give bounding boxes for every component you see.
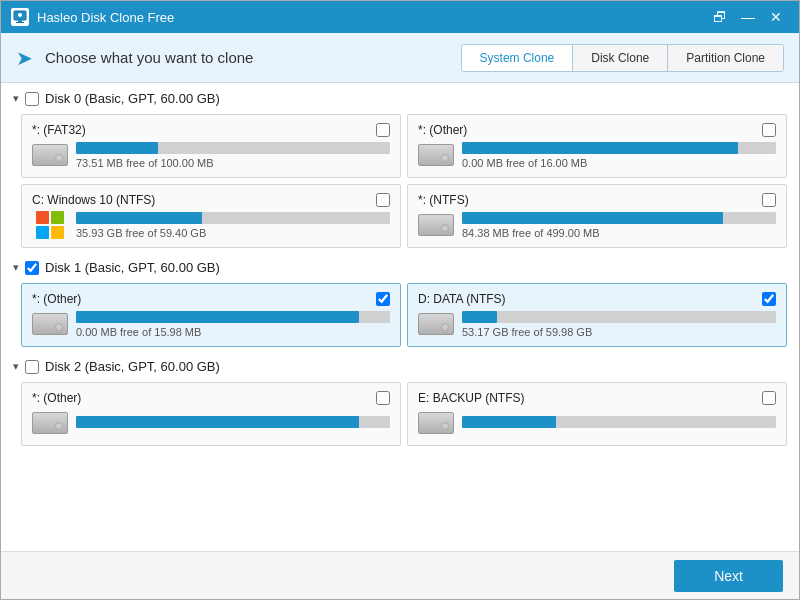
partition-card-2-1[interactable]: E: BACKUP (NTFS) bbox=[407, 382, 787, 446]
main-window: Hasleo Disk Clone Free 🗗 — ✕ ➤ Choose wh… bbox=[0, 0, 800, 600]
partition-bar-bg-0-0 bbox=[76, 142, 390, 154]
partition-bar-bg-0-2 bbox=[76, 212, 390, 224]
partition-card-0-1[interactable]: *: (Other)0.00 MB free of 16.00 MB bbox=[407, 114, 787, 178]
toolbar-left: ➤ Choose what you want to clone bbox=[16, 46, 253, 70]
disk-group-2: ▾Disk 2 (Basic, GPT, 60.00 GB)*: (Other)… bbox=[13, 359, 787, 446]
tab-partition-clone[interactable]: Partition Clone bbox=[668, 45, 783, 71]
chevron-down-icon[interactable]: ▾ bbox=[13, 261, 19, 274]
drive-icon bbox=[32, 310, 68, 338]
partition-body-0-0: 73.51 MB free of 100.00 MB bbox=[32, 141, 390, 169]
partition-header-0-3: *: (NTFS) bbox=[418, 193, 776, 207]
footer: Next bbox=[1, 551, 799, 599]
disk-checkbox-0[interactable] bbox=[25, 92, 39, 106]
disk-checkbox-2[interactable] bbox=[25, 360, 39, 374]
partition-bar-fill-0-3 bbox=[462, 212, 723, 224]
partition-bar-area-0-2: 35.93 GB free of 59.40 GB bbox=[76, 212, 390, 239]
partition-body-2-0 bbox=[32, 409, 390, 437]
partition-checkbox-0-1[interactable] bbox=[762, 123, 776, 137]
partition-card-0-2[interactable]: C: Windows 10 (NTFS)35.93 GB free of 59.… bbox=[21, 184, 401, 248]
partitions-grid-2: *: (Other)E: BACKUP (NTFS) bbox=[13, 382, 787, 446]
drive-icon bbox=[418, 211, 454, 239]
partition-free-text-0-2: 35.93 GB free of 59.40 GB bbox=[76, 227, 390, 239]
disk-header-0: ▾Disk 0 (Basic, GPT, 60.00 GB) bbox=[13, 91, 787, 106]
partition-name-0-3: *: (NTFS) bbox=[418, 193, 469, 207]
chevron-down-icon[interactable]: ▾ bbox=[13, 360, 19, 373]
partition-body-0-1: 0.00 MB free of 16.00 MB bbox=[418, 141, 776, 169]
partition-card-0-3[interactable]: *: (NTFS)84.38 MB free of 499.00 MB bbox=[407, 184, 787, 248]
clone-tabs: System Clone Disk Clone Partition Clone bbox=[461, 44, 784, 72]
next-button[interactable]: Next bbox=[674, 560, 783, 592]
partition-name-0-0: *: (FAT32) bbox=[32, 123, 86, 137]
partition-name-0-2: C: Windows 10 (NTFS) bbox=[32, 193, 155, 207]
partition-body-0-3: 84.38 MB free of 499.00 MB bbox=[418, 211, 776, 239]
disk-group-1: ▾Disk 1 (Basic, GPT, 60.00 GB)*: (Other)… bbox=[13, 260, 787, 347]
partition-free-text-0-0: 73.51 MB free of 100.00 MB bbox=[76, 157, 390, 169]
partition-bar-area-0-0: 73.51 MB free of 100.00 MB bbox=[76, 142, 390, 169]
partition-body-0-2: 35.93 GB free of 59.40 GB bbox=[32, 211, 390, 239]
partition-checkbox-2-1[interactable] bbox=[762, 391, 776, 405]
partition-name-0-1: *: (Other) bbox=[418, 123, 467, 137]
svg-point-3 bbox=[18, 13, 22, 17]
restore-button[interactable]: 🗗 bbox=[707, 7, 733, 27]
drive-icon bbox=[32, 141, 68, 169]
partition-card-0-0[interactable]: *: (FAT32)73.51 MB free of 100.00 MB bbox=[21, 114, 401, 178]
tab-system-clone[interactable]: System Clone bbox=[462, 45, 574, 71]
partition-name-2-1: E: BACKUP (NTFS) bbox=[418, 391, 524, 405]
partition-bar-fill-2-0 bbox=[76, 416, 359, 428]
partition-name-1-1: D: DATA (NTFS) bbox=[418, 292, 506, 306]
partition-free-text-1-1: 53.17 GB free of 59.98 GB bbox=[462, 326, 776, 338]
toolbar: ➤ Choose what you want to clone System C… bbox=[1, 33, 799, 83]
drive-icon bbox=[32, 409, 68, 437]
partition-bar-fill-0-2 bbox=[76, 212, 202, 224]
toolbar-title: Choose what you want to clone bbox=[45, 49, 253, 66]
drive-icon bbox=[418, 141, 454, 169]
chevron-down-icon[interactable]: ▾ bbox=[13, 92, 19, 105]
partition-header-0-0: *: (FAT32) bbox=[32, 123, 390, 137]
tab-disk-clone[interactable]: Disk Clone bbox=[573, 45, 668, 71]
drive-icon bbox=[418, 409, 454, 437]
partition-bar-fill-1-0 bbox=[76, 311, 359, 323]
partition-card-1-0[interactable]: *: (Other)0.00 MB free of 15.98 MB bbox=[21, 283, 401, 347]
partition-checkbox-1-0[interactable] bbox=[376, 292, 390, 306]
window-controls: 🗗 — ✕ bbox=[707, 7, 789, 27]
svg-rect-1 bbox=[18, 20, 22, 22]
partition-bar-bg-1-1 bbox=[462, 311, 776, 323]
partition-name-1-0: *: (Other) bbox=[32, 292, 81, 306]
partition-card-2-0[interactable]: *: (Other) bbox=[21, 382, 401, 446]
disk-checkbox-1[interactable] bbox=[25, 261, 39, 275]
toolbar-arrow-icon: ➤ bbox=[16, 46, 33, 70]
partitions-grid-1: *: (Other)0.00 MB free of 15.98 MBD: DAT… bbox=[13, 283, 787, 347]
window-title: Hasleo Disk Clone Free bbox=[37, 10, 699, 25]
partition-bar-area-0-1: 0.00 MB free of 16.00 MB bbox=[462, 142, 776, 169]
partition-checkbox-0-2[interactable] bbox=[376, 193, 390, 207]
close-button[interactable]: ✕ bbox=[763, 7, 789, 27]
partition-checkbox-0-3[interactable] bbox=[762, 193, 776, 207]
partition-body-2-1 bbox=[418, 409, 776, 437]
partition-bar-area-2-1 bbox=[462, 416, 776, 431]
drive-icon bbox=[418, 310, 454, 338]
partition-bar-bg-2-0 bbox=[76, 416, 390, 428]
disk-group-0: ▾Disk 0 (Basic, GPT, 60.00 GB)*: (FAT32)… bbox=[13, 91, 787, 248]
partition-bar-bg-0-1 bbox=[462, 142, 776, 154]
partition-bar-area-1-1: 53.17 GB free of 59.98 GB bbox=[462, 311, 776, 338]
partition-bar-bg-1-0 bbox=[76, 311, 390, 323]
partition-card-1-1[interactable]: D: DATA (NTFS)53.17 GB free of 59.98 GB bbox=[407, 283, 787, 347]
partition-bar-area-2-0 bbox=[76, 416, 390, 431]
partition-checkbox-1-1[interactable] bbox=[762, 292, 776, 306]
disk-header-1: ▾Disk 1 (Basic, GPT, 60.00 GB) bbox=[13, 260, 787, 275]
content-area: ▾Disk 0 (Basic, GPT, 60.00 GB)*: (FAT32)… bbox=[1, 83, 799, 551]
disk-label-0: Disk 0 (Basic, GPT, 60.00 GB) bbox=[45, 91, 220, 106]
disk-header-2: ▾Disk 2 (Basic, GPT, 60.00 GB) bbox=[13, 359, 787, 374]
partition-bar-fill-1-1 bbox=[462, 311, 497, 323]
partition-header-1-0: *: (Other) bbox=[32, 292, 390, 306]
partition-bar-area-1-0: 0.00 MB free of 15.98 MB bbox=[76, 311, 390, 338]
partition-name-2-0: *: (Other) bbox=[32, 391, 81, 405]
partition-free-text-0-1: 0.00 MB free of 16.00 MB bbox=[462, 157, 776, 169]
partition-checkbox-2-0[interactable] bbox=[376, 391, 390, 405]
partition-header-0-1: *: (Other) bbox=[418, 123, 776, 137]
titlebar: Hasleo Disk Clone Free 🗗 — ✕ bbox=[1, 1, 799, 33]
disk-label-2: Disk 2 (Basic, GPT, 60.00 GB) bbox=[45, 359, 220, 374]
partition-bar-bg-0-3 bbox=[462, 212, 776, 224]
minimize-button[interactable]: — bbox=[735, 7, 761, 27]
partition-checkbox-0-0[interactable] bbox=[376, 123, 390, 137]
